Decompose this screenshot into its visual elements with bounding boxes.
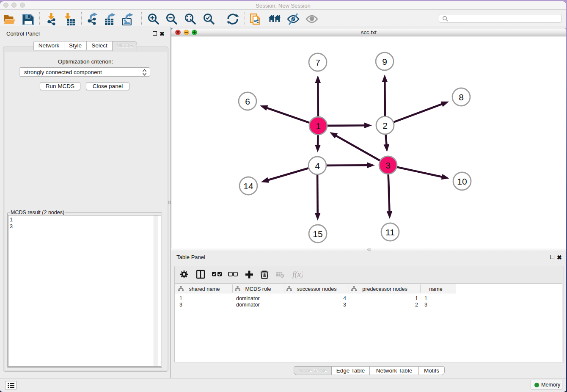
svg-text:11: 11: [385, 227, 395, 237]
svg-text:15: 15: [313, 229, 322, 239]
svg-text:7: 7: [315, 58, 320, 67]
svg-text:14: 14: [243, 181, 253, 191]
svg-text:f(x): f(x): [292, 270, 303, 279]
svg-text:9: 9: [382, 57, 387, 66]
svg-text:1: 1: [316, 121, 321, 131]
svg-text:10: 10: [457, 177, 467, 186]
svg-text:4: 4: [315, 161, 320, 171]
svg-text:6: 6: [245, 97, 250, 106]
svg-text:3: 3: [385, 160, 391, 170]
svg-text:2: 2: [383, 121, 388, 130]
svg-text:8: 8: [459, 92, 464, 102]
